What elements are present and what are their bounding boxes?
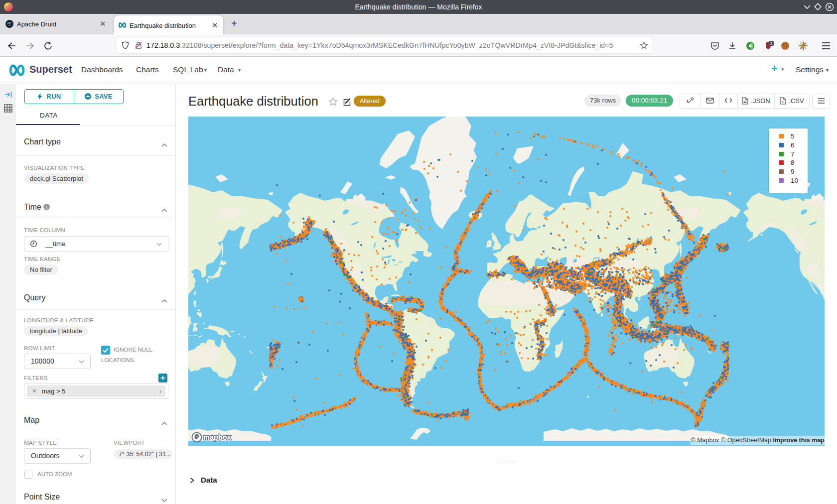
svg-text:mapbox: mapbox (203, 433, 231, 441)
svg-text:2: 2 (770, 41, 773, 46)
svg-text:x: x (782, 100, 784, 104)
